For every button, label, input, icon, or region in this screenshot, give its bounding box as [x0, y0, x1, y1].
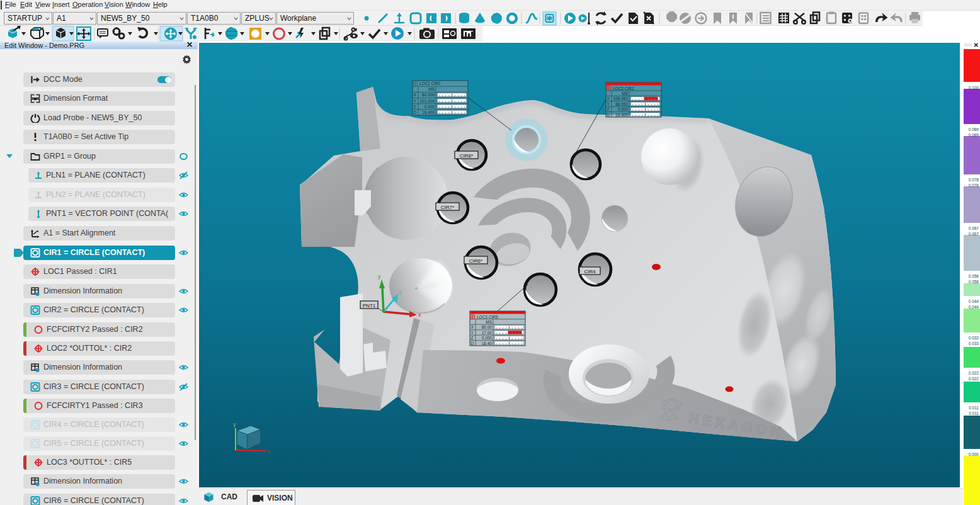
svg-text:LOC3 CIR5: LOC3 CIR5: [477, 315, 498, 319]
svg-text:y: y: [378, 273, 381, 280]
svg-text:X: X: [414, 93, 417, 97]
svg-text:MS: MS: [622, 91, 628, 96]
svg-text:D: D: [607, 113, 610, 117]
svg-text:CIR6*: CIR6*: [469, 258, 482, 264]
svg-text:88.991: 88.991: [615, 102, 628, 106]
svg-text:0.000: 0.000: [482, 336, 493, 340]
svg-text:MS: MS: [428, 87, 435, 91]
svg-text:CIR4: CIR4: [584, 269, 596, 275]
svg-text:80.000: 80.000: [422, 93, 435, 97]
svg-text:y: y: [233, 421, 236, 428]
svg-text:X: X: [471, 325, 474, 329]
svg-text:LOC1 CIR1: LOC1 CIR1: [419, 81, 441, 86]
svg-text:16.400: 16.400: [422, 110, 435, 115]
svg-text:z: z: [399, 290, 402, 296]
svg-text:MS: MS: [486, 320, 492, 324]
svg-text:x: x: [418, 312, 421, 318]
svg-text:80.00: 80.00: [482, 325, 493, 329]
svg-text:17.00: 17.00: [482, 331, 493, 335]
svg-text:X: X: [607, 96, 610, 101]
svg-text:PNT1: PNT1: [363, 303, 376, 309]
svg-text:Y: Y: [607, 102, 610, 106]
svg-text:CIR8*: CIR8*: [460, 153, 473, 159]
svg-text:D: D: [471, 341, 474, 346]
svg-text:0.000: 0.000: [424, 105, 435, 109]
svg-text:108.991: 108.991: [613, 96, 629, 101]
svg-text:Z: Z: [607, 107, 610, 111]
svg-text:Z: Z: [471, 336, 474, 340]
svg-text:LOC2 CIR2: LOC2 CIR2: [613, 86, 634, 91]
svg-text:0.000: 0.000: [618, 107, 629, 111]
svg-text:Y: Y: [471, 331, 474, 335]
svg-text:CIR7*: CIR7*: [441, 205, 454, 210]
svg-text:x: x: [267, 448, 270, 455]
svg-text:D: D: [414, 110, 417, 115]
svg-text:Y: Y: [414, 99, 417, 103]
svg-text:Z: Z: [414, 105, 416, 109]
svg-text:16.400: 16.400: [615, 113, 628, 117]
svg-text:16.40: 16.40: [482, 341, 493, 346]
svg-text:101.000: 101.000: [420, 99, 435, 103]
